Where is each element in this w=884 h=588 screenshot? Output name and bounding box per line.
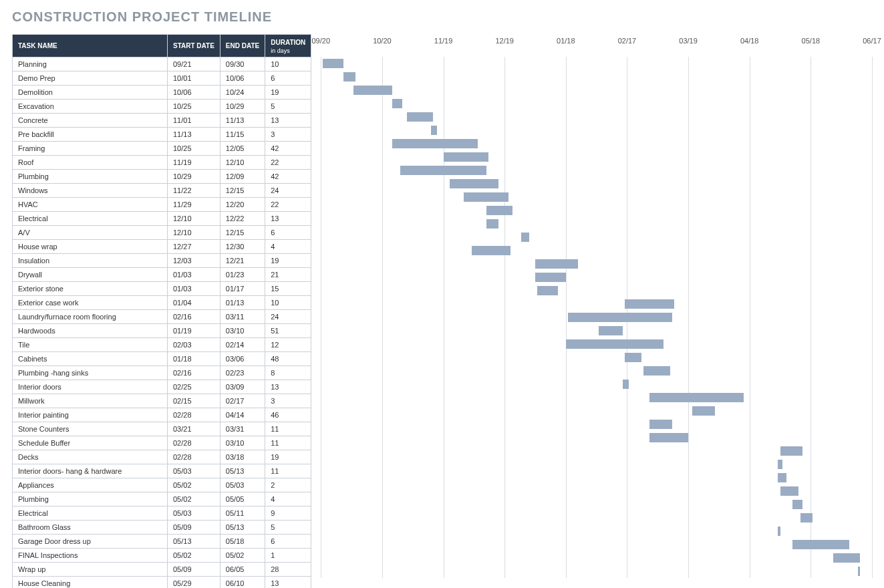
cell-task-name: House wrap	[13, 240, 168, 254]
gantt-bar	[407, 112, 434, 122]
gantt-row	[321, 404, 872, 418]
task-row: Insulation12/0312/2119	[13, 254, 311, 268]
task-row: Bathroom Glass05/0905/135	[13, 521, 311, 535]
cell-start-date: 11/22	[168, 184, 220, 198]
cell-start-date: 10/01	[168, 71, 220, 86]
gantt-row	[321, 57, 872, 70]
task-row: House Cleaning05/2906/1013	[13, 577, 311, 589]
cell-end-date: 05/11	[220, 506, 265, 521]
cell-end-date: 05/03	[220, 478, 265, 492]
cell-duration: 2	[265, 478, 311, 492]
task-row: Demolition10/0610/2419	[13, 86, 311, 100]
col-header-end-date: END DATE	[220, 35, 265, 57]
cell-start-date: 11/13	[168, 128, 220, 142]
task-row: Excavation10/2510/295	[13, 100, 311, 114]
cell-task-name: Windows	[13, 184, 168, 198]
gantt-bar	[392, 139, 478, 148]
cell-end-date: 01/13	[220, 296, 265, 310]
cell-start-date: 10/25	[168, 142, 220, 156]
cell-task-name: Concrete	[13, 114, 168, 128]
gantt-bar	[486, 219, 498, 229]
cell-task-name: Exterior stone	[13, 282, 168, 296]
cell-duration: 3	[265, 128, 311, 142]
timeline-tick-label: 01/18	[557, 37, 575, 45]
gantt-row	[321, 324, 872, 337]
cell-end-date: 12/20	[220, 198, 265, 212]
task-row: Demo Prep10/0110/066	[13, 71, 311, 86]
cell-start-date: 11/29	[168, 198, 220, 212]
task-row: Interior doors02/2503/0913	[13, 380, 311, 394]
cell-start-date: 05/02	[168, 478, 220, 492]
cell-duration: 51	[265, 324, 311, 338]
task-row: HVAC11/2912/2022	[13, 198, 311, 212]
cell-end-date: 05/18	[220, 535, 265, 549]
cell-end-date: 10/29	[220, 100, 265, 114]
task-row: FINAL Inspections05/0205/021	[13, 549, 311, 563]
gantt-row	[321, 110, 872, 124]
cell-task-name: Planning	[13, 57, 168, 71]
gantt-bar	[566, 339, 664, 349]
cell-duration: 42	[265, 142, 311, 156]
cell-duration: 19	[265, 450, 311, 464]
task-row: Planning09/2109/3010	[13, 57, 311, 71]
gantt-bar	[535, 259, 578, 269]
cell-start-date: 05/13	[168, 535, 220, 549]
gantt-row	[321, 551, 872, 565]
gantt-bar	[568, 313, 672, 322]
gantt-row	[321, 164, 872, 177]
cell-start-date: 12/27	[168, 240, 220, 254]
cell-end-date: 06/05	[220, 563, 265, 577]
cell-task-name: Insulation	[13, 254, 168, 268]
cell-duration: 22	[265, 198, 311, 212]
gantt-row	[321, 124, 872, 137]
cell-start-date: 10/25	[168, 100, 220, 114]
gantt-row	[321, 217, 872, 231]
gantt-bar	[537, 286, 558, 295]
gantt-row	[321, 498, 872, 511]
gantt-bar	[535, 273, 566, 282]
task-table: TASK NAME START DATE END DATE DURATION i…	[12, 34, 311, 588]
gantt-bar	[353, 86, 392, 95]
task-row: Electrical12/1012/2213	[13, 212, 311, 226]
cell-duration: 19	[265, 254, 311, 268]
cell-start-date: 05/03	[168, 464, 220, 478]
timeline-tick-label: 03/19	[679, 37, 698, 45]
cell-end-date: 12/10	[220, 156, 265, 170]
cell-task-name: Pre backfill	[13, 128, 168, 142]
cell-start-date: 01/18	[168, 352, 220, 366]
cell-task-name: Garage Door dress up	[13, 535, 168, 549]
col-header-duration-main: DURATION	[271, 39, 305, 46]
gantt-row	[321, 431, 872, 444]
cell-start-date: 05/02	[168, 549, 220, 563]
cell-end-date: 05/13	[220, 464, 265, 478]
cell-duration: 11	[265, 422, 311, 436]
cell-duration: 6	[265, 226, 311, 240]
cell-task-name: Demolition	[13, 86, 168, 100]
cell-end-date: 05/02	[220, 549, 265, 563]
gantt-row	[321, 391, 872, 404]
gantt-bar	[599, 326, 623, 335]
gantt-row	[321, 458, 872, 471]
task-row: Laundry/furnace room flooring02/1603/112…	[13, 310, 311, 324]
gantt-row	[321, 204, 872, 217]
task-row: Wrap up05/0906/0528	[13, 563, 311, 577]
cell-end-date: 09/30	[220, 57, 265, 71]
task-row: Hardwoods01/1903/1051	[13, 324, 311, 338]
gantt-row	[321, 311, 872, 324]
task-row: Electrical05/0305/119	[13, 506, 311, 521]
cell-end-date: 03/10	[220, 324, 265, 338]
gantt-bar	[792, 540, 850, 549]
cell-start-date: 02/25	[168, 380, 220, 394]
cell-task-name: Interior painting	[13, 408, 168, 422]
task-row: House wrap12/2712/304	[13, 240, 311, 254]
cell-start-date: 01/03	[168, 268, 220, 282]
cell-start-date: 12/10	[168, 212, 220, 226]
task-row: Cabinets01/1803/0648	[13, 352, 311, 366]
gantt-row	[321, 471, 872, 484]
cell-duration: 15	[265, 282, 311, 296]
cell-duration: 4	[265, 492, 311, 506]
task-row: Plumbing05/0205/054	[13, 492, 311, 506]
layout: TASK NAME START DATE END DATE DURATION i…	[12, 34, 872, 588]
cell-start-date: 02/28	[168, 408, 220, 422]
gantt-bar	[521, 233, 529, 242]
